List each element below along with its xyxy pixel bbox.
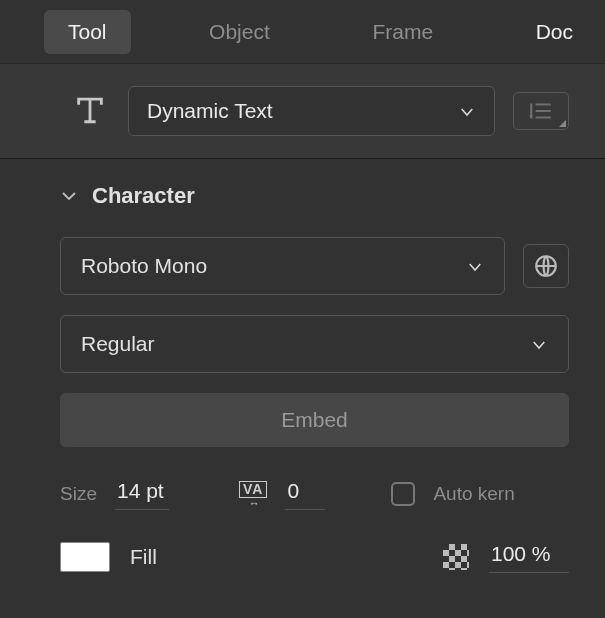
character-panel: Character Roboto Mono Regular Embed Size… <box>0 159 605 585</box>
tab-object[interactable]: Object <box>185 10 294 54</box>
size-input[interactable]: 14 pt <box>115 477 169 510</box>
tracking-icon: VA ↔ <box>239 481 267 507</box>
opacity-icon <box>443 544 469 570</box>
autokern-checkbox[interactable] <box>391 482 415 506</box>
autokern-label: Auto kern <box>433 483 514 505</box>
font-style-value: Regular <box>81 332 155 356</box>
character-section-toggle[interactable]: Character <box>60 183 569 209</box>
chevron-down-icon <box>60 183 78 209</box>
font-family-select[interactable]: Roboto Mono <box>60 237 505 295</box>
chevron-down-icon <box>466 257 484 275</box>
font-style-select[interactable]: Regular <box>60 315 569 373</box>
tab-tool[interactable]: Tool <box>44 10 131 54</box>
font-family-value: Roboto Mono <box>81 254 207 278</box>
chevron-down-icon <box>530 335 548 353</box>
text-tool-row: Dynamic Text <box>0 64 605 159</box>
expand-corner-icon <box>559 120 566 127</box>
size-label: Size <box>60 483 97 505</box>
fill-row: Fill 100 % <box>60 540 569 573</box>
text-tool-icon <box>70 92 110 131</box>
fill-label: Fill <box>130 545 157 569</box>
paragraph-options-button[interactable] <box>513 92 569 130</box>
fill-opacity-input[interactable]: 100 % <box>489 540 569 573</box>
text-type-value: Dynamic Text <box>147 99 273 123</box>
chevron-down-icon <box>458 102 476 120</box>
type-metrics-row: Size 14 pt VA ↔ 0 Auto kern <box>60 477 569 510</box>
fill-color-swatch[interactable] <box>60 542 110 572</box>
tab-doc[interactable]: Doc <box>512 10 597 54</box>
embed-button[interactable]: Embed <box>60 393 569 447</box>
tab-frame[interactable]: Frame <box>348 10 457 54</box>
tracking-input[interactable]: 0 <box>285 477 325 510</box>
tab-strip: Tool Object Frame Doc <box>0 0 605 64</box>
text-type-select[interactable]: Dynamic Text <box>128 86 495 136</box>
section-title: Character <box>92 183 195 209</box>
web-fonts-button[interactable] <box>523 244 569 288</box>
